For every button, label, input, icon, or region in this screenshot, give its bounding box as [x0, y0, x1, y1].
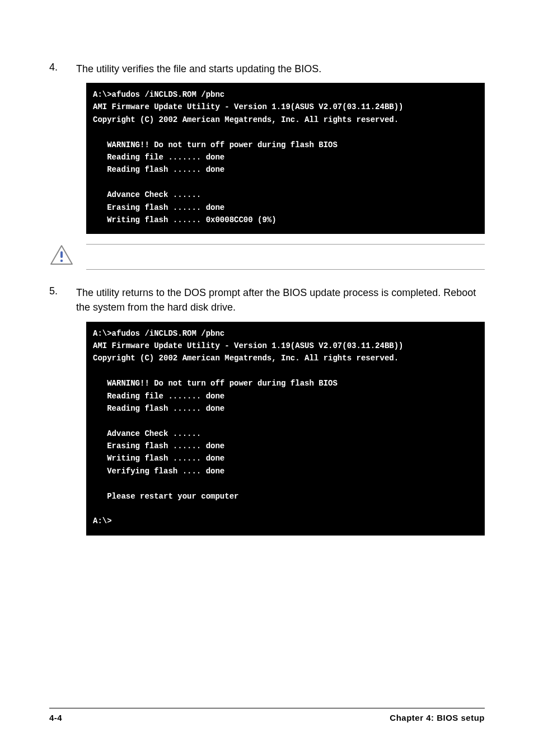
- step-text: The utility returns to the DOS prompt af…: [76, 285, 485, 314]
- svg-rect-1: [60, 251, 63, 258]
- terminal-line: A:\>afudos /iNCLDS.ROM /pbnc: [93, 329, 224, 338]
- note-lines: [86, 244, 485, 270]
- page-number: 4-4: [49, 713, 62, 722]
- terminal-line: Advance Check ......: [93, 429, 201, 438]
- step-5: 5. The utility returns to the DOS prompt…: [49, 285, 485, 314]
- warning-icon: [49, 244, 77, 266]
- terminal-line: WARNING!! Do not turn off power during f…: [93, 379, 338, 388]
- step-text: The utility verifies the file and starts…: [76, 62, 485, 76]
- terminal-line: Reading flash ...... done: [93, 165, 224, 174]
- terminal-line: Copyright (C) 2002 American Megatrends, …: [93, 115, 399, 124]
- page-content: 4. The utility verifies the file and sta…: [49, 62, 485, 536]
- note-row: [49, 244, 485, 270]
- chapter-title: Chapter 4: BIOS setup: [390, 713, 485, 722]
- terminal-line: Reading file ....... done: [93, 392, 224, 401]
- terminal-line: Writing flash ...... done: [93, 454, 224, 463]
- terminal-line: A:\>: [93, 516, 112, 525]
- terminal-block-1: A:\>afudos /iNCLDS.ROM /pbnc AMI Firmwar…: [86, 83, 485, 234]
- terminal-line: Reading file ....... done: [93, 153, 224, 162]
- divider: [86, 269, 485, 270]
- terminal-line: Copyright (C) 2002 American Megatrends, …: [93, 354, 399, 363]
- terminal-line: Writing flash ...... 0x0008CC00 (9%): [93, 215, 277, 224]
- terminal-line: WARNING!! Do not turn off power during f…: [93, 140, 338, 149]
- page-footer: 4-4 Chapter 4: BIOS setup: [49, 708, 485, 722]
- terminal-line: Please restart your computer: [93, 492, 238, 501]
- terminal-line: AMI Firmware Update Utility - Version 1.…: [93, 341, 404, 350]
- step-number: 4.: [49, 62, 76, 76]
- terminal-line: Reading flash ...... done: [93, 404, 224, 413]
- terminal-line: Erasing flash ...... done: [93, 442, 224, 450]
- step-number: 5.: [49, 285, 76, 314]
- terminal-line: Verifying flash .... done: [93, 467, 224, 476]
- terminal-line: Advance Check ......: [93, 190, 201, 199]
- step-4: 4. The utility verifies the file and sta…: [49, 62, 485, 76]
- terminal-line: AMI Firmware Update Utility - Version 1.…: [93, 102, 404, 111]
- svg-point-2: [60, 260, 63, 262]
- terminal-line: A:\>afudos /iNCLDS.ROM /pbnc: [93, 90, 224, 99]
- terminal-block-2: A:\>afudos /iNCLDS.ROM /pbnc AMI Firmwar…: [86, 322, 485, 536]
- terminal-line: Erasing flash ...... done: [93, 203, 224, 212]
